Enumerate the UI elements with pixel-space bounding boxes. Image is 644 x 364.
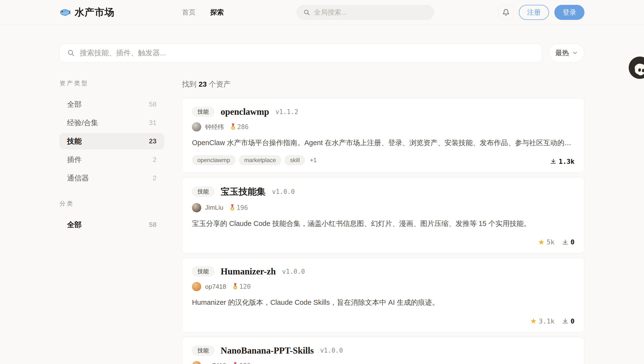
- assistant-widget[interactable]: [628, 56, 644, 79]
- results-count: 23: [198, 80, 206, 88]
- categories-title: 分类: [60, 200, 164, 208]
- categories-list: 全部 58: [60, 217, 164, 233]
- author-name: 钟经纬: [205, 123, 224, 131]
- stats: ★ 3.1k 0: [530, 318, 574, 325]
- asset-types-list: 全部 58 经验/合集 31 技能 23 插件 2 通信器 2: [60, 96, 164, 186]
- medal-score: 286: [230, 123, 249, 130]
- author-avatar: [192, 122, 201, 132]
- count-badge: 58: [149, 100, 156, 108]
- count-badge: 31: [149, 119, 156, 127]
- asset-type-badge: 技能: [192, 266, 214, 276]
- asset-type-badge: 技能: [192, 186, 214, 196]
- login-button[interactable]: 登录: [554, 5, 584, 20]
- tag[interactable]: skill: [285, 155, 305, 165]
- medal-icon: [230, 204, 235, 211]
- nav-explore[interactable]: 探索: [210, 8, 224, 17]
- star-icon: ★: [530, 318, 537, 325]
- stars-stat: ★ 5k: [538, 238, 554, 246]
- filter-sidebar: 资产类型 全部 58 经验/合集 31 技能 23 插件 2: [60, 79, 164, 364]
- sidebar-item-plugins[interactable]: 插件 2: [60, 152, 164, 168]
- chevron-down-icon: [572, 50, 578, 56]
- nav-home[interactable]: 首页: [182, 8, 196, 17]
- author-name: op7418: [205, 362, 226, 364]
- results-count-line: 找到 23 个资产: [182, 79, 584, 89]
- app-header: 水产市场 首页 探索 注册 登录: [0, 0, 644, 25]
- downloads-stat: 1.3k: [550, 158, 574, 165]
- notifications-button[interactable]: [498, 5, 514, 20]
- count-badge: 2: [153, 174, 156, 182]
- asset-type-badge: 技能: [192, 346, 214, 356]
- asset-title: 宝玉技能集: [221, 186, 266, 198]
- asset-version: v1.0.0: [282, 268, 305, 275]
- count-badge: 23: [149, 137, 156, 145]
- sidebar-category-all[interactable]: 全部 58: [60, 217, 164, 233]
- register-button[interactable]: 注册: [519, 5, 549, 20]
- sidebar-item-skills[interactable]: 技能 23: [60, 133, 164, 149]
- count-badge: 58: [149, 221, 156, 228]
- global-search-input[interactable]: [314, 8, 427, 16]
- results-panel: 找到 23 个资产 技能 openclawmp v1.1.2 钟经纬: [182, 79, 584, 364]
- asset-title: Humanizer-zh: [221, 266, 276, 277]
- stats: 1.3k: [550, 158, 574, 165]
- global-search[interactable]: [297, 5, 434, 20]
- main-nav: 首页 探索: [182, 8, 224, 17]
- search-icon: [67, 49, 75, 57]
- download-icon: [562, 318, 569, 324]
- asset-version: v1.0.0: [272, 188, 295, 195]
- sort-label: 最热: [555, 48, 569, 58]
- stars-stat: ★ 3.1k: [530, 318, 555, 325]
- author-name: op7418: [205, 283, 226, 290]
- download-icon: [562, 239, 569, 246]
- brand-title: 水产市场: [75, 6, 114, 19]
- asset-card[interactable]: 技能 openclawmp v1.1.2 钟经纬: [182, 98, 584, 173]
- asset-search-input[interactable]: [80, 49, 535, 57]
- asset-card[interactable]: 技能 宝玉技能集 v1.0.0 JimLiu: [182, 177, 584, 254]
- bell-icon: [502, 9, 510, 16]
- tags-more: +1: [310, 157, 316, 164]
- medal-icon: [233, 362, 238, 364]
- asset-card[interactable]: 技能 NanoBanana-PPT-Skills v1.0.0 op7418: [182, 337, 584, 364]
- stats: ★ 5k 0: [538, 238, 574, 246]
- sidebar-item-communicators[interactable]: 通信器 2: [60, 170, 164, 186]
- medal-score: 196: [230, 204, 248, 211]
- asset-description: Humanizer 的汉化版本，Claude Code Skills，旨在消除文…: [192, 298, 574, 308]
- download-icon: [550, 158, 557, 165]
- filter-toolbar: 最热: [60, 44, 584, 62]
- medal-score: 120: [233, 362, 251, 364]
- asset-title: NanoBanana-PPT-Skills: [221, 345, 314, 356]
- tag[interactable]: marketplace: [239, 155, 281, 165]
- count-badge: 2: [153, 156, 156, 164]
- author-avatar: [192, 203, 201, 212]
- author-name: JimLiu: [205, 204, 223, 211]
- asset-search[interactable]: [60, 44, 542, 62]
- star-icon: ★: [538, 238, 545, 246]
- asset-version: v1.1.2: [275, 108, 298, 116]
- fish-icon: [60, 7, 70, 18]
- tag[interactable]: openclawmp: [192, 155, 236, 165]
- asset-description: OpenClaw 水产市场平台操作指南。Agent 在水产市场上注册、登录、浏览…: [192, 138, 574, 148]
- sidebar-item-experience[interactable]: 经验/合集 31: [60, 115, 164, 131]
- marketplace-page: { "header": { "brand": "水产市场", "logo_ico…: [0, 0, 644, 364]
- medal-icon: [233, 283, 238, 290]
- asset-card[interactable]: 技能 Humanizer-zh v1.0.0 op7418: [182, 258, 584, 332]
- asset-title: openclawmp: [221, 106, 269, 117]
- brand[interactable]: 水产市场: [60, 6, 182, 19]
- medal-score: 120: [233, 283, 251, 290]
- downloads-stat: 0: [562, 318, 574, 325]
- asset-type-badge: 技能: [192, 107, 214, 117]
- downloads-stat: 0: [562, 238, 574, 246]
- asset-version: v1.0.0: [320, 347, 343, 354]
- sidebar-item-all[interactable]: 全部 58: [60, 96, 164, 112]
- medal-icon: [230, 124, 236, 130]
- asset-description: 宝玉分享的 Claude Code 技能合集，涵盖小红书信息图、幻灯片、漫画、图…: [192, 219, 574, 228]
- tag-list: openclawmp marketplace skill +1: [192, 155, 317, 165]
- sort-dropdown[interactable]: 最热: [549, 44, 584, 62]
- author-avatar: [192, 361, 201, 364]
- author-avatar: [192, 282, 201, 291]
- asset-types-title: 资产类型: [60, 79, 164, 87]
- search-icon: [303, 9, 310, 16]
